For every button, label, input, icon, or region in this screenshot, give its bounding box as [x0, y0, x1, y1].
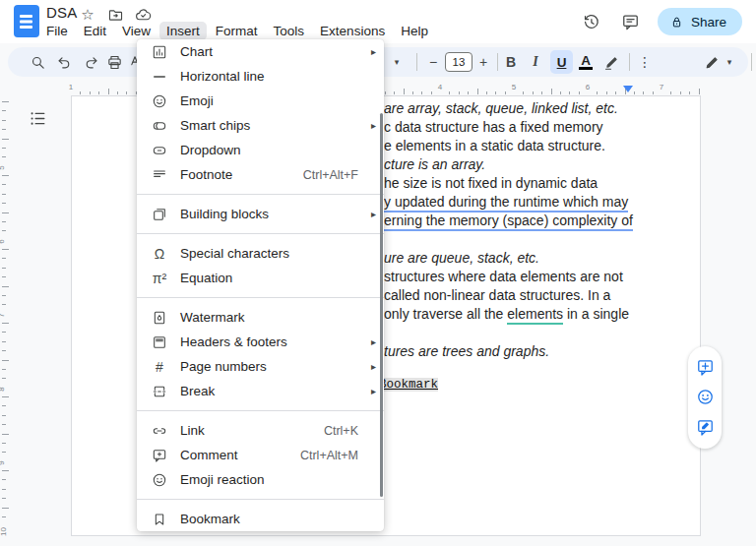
menu-item-dropdown[interactable]: Dropdown — [137, 138, 384, 162]
redo-icon[interactable] — [82, 47, 99, 77]
menu-item-label: Comment — [180, 448, 238, 462]
zoom-dropdown-caret-icon[interactable]: ▾ — [391, 47, 403, 77]
menu-item-label: Watermark — [180, 310, 245, 325]
menu-item-label: Page numbers — [180, 359, 267, 374]
share-button[interactable]: Share — [658, 8, 742, 35]
menu-item-label: Chart — [180, 44, 213, 59]
ruler-number: 6 — [0, 239, 6, 243]
menubar-item-extensions[interactable]: Extensions — [313, 22, 392, 40]
doc-text-line: tures are trees and graphs. — [384, 342, 549, 361]
menubar-item-view[interactable]: View — [115, 22, 158, 40]
ruler-number: 8 — [0, 387, 6, 391]
add-comment-button[interactable] — [693, 355, 717, 379]
ruler-number: 9 — [0, 460, 6, 464]
menu-item-label: Break — [180, 384, 215, 398]
toolbar-divider — [629, 53, 630, 71]
emoji-icon — [151, 92, 168, 110]
italic-button[interactable]: I — [529, 47, 542, 77]
print-icon[interactable] — [105, 47, 123, 77]
menu-item-comment[interactable]: CommentCtrl+Alt+M — [137, 443, 384, 467]
text-color-button[interactable]: A — [578, 47, 594, 77]
document-outline-button[interactable] — [24, 104, 51, 132]
search-icon[interactable] — [29, 47, 46, 77]
menu-item-page-numbers[interactable]: #Page numbers▸ — [137, 354, 384, 379]
menu-item-link[interactable]: LinkCtrl+K — [137, 418, 384, 443]
emoji-reaction-button[interactable] — [693, 386, 717, 409]
ruler-number: 6 — [586, 83, 590, 91]
titlebar: DSA ☆ FileEditViewInsertFormatToolsExten… — [0, 0, 756, 43]
document-title[interactable]: DSA — [46, 4, 77, 21]
menu-item-break[interactable]: Break▸ — [137, 379, 384, 403]
menubar: FileEditViewInsertFormatToolsExtensionsH… — [39, 22, 437, 40]
footnote-icon — [151, 166, 168, 184]
link-icon — [151, 422, 168, 440]
ruler-number: 5 — [512, 83, 516, 91]
doc-text-line: e elements in a static data structure. — [384, 137, 605, 155]
menu-item-label: Smart chips — [180, 118, 250, 133]
doc-text-line: only traverse all the elements in a sing… — [384, 305, 629, 324]
version-history-icon[interactable] — [579, 9, 604, 34]
menu-item-shortcut: Ctrl+K — [324, 424, 358, 438]
menu-item-headers-footers[interactable]: Headers & footers▸ — [137, 330, 384, 354]
bold-button[interactable]: B — [503, 47, 519, 77]
doc-text-line: c data structure has a fixed memory — [384, 118, 603, 137]
menu-divider — [137, 297, 384, 298]
undo-icon[interactable] — [55, 47, 73, 77]
menubar-item-tools[interactable]: Tools — [267, 22, 312, 40]
menubar-item-format[interactable]: Format — [209, 22, 265, 40]
doc-text-line: Bookmark — [379, 374, 438, 393]
doc-text-line: are array, stack, queue, linked list, et… — [384, 99, 618, 118]
menu-item-building-blocks[interactable]: Building blocks▸ — [137, 202, 384, 226]
more-options-icon[interactable]: ⋮ — [638, 47, 652, 77]
menu-item-label: Link — [180, 423, 205, 438]
comment-icon — [151, 447, 168, 464]
menu-item-label: Special characters — [180, 246, 289, 261]
menu-item-footnote[interactable]: FootnoteCtrl+Alt+F — [137, 162, 384, 187]
right-indent-marker[interactable] — [623, 86, 633, 92]
menu-item-label: Footnote — [180, 167, 232, 182]
lock-icon — [669, 15, 684, 30]
menu-item-label: Horizontal line — [180, 69, 265, 84]
menu-item-smart-chips[interactable]: Smart chips▸ — [137, 113, 384, 138]
underline-button[interactable]: U — [550, 50, 573, 74]
menu-divider — [137, 194, 384, 195]
menu-item-watermark[interactable]: Watermark — [137, 305, 384, 330]
menubar-item-help[interactable]: Help — [394, 22, 435, 40]
menu-item-emoji-reaction[interactable]: Emoji reaction — [137, 467, 384, 492]
special-characters-icon: Ω — [151, 245, 168, 263]
open-comments-icon[interactable] — [618, 9, 644, 34]
google-docs-app: { "app": { "title": "DSA" }, "titlebar":… — [0, 0, 756, 546]
suggest-edits-button[interactable] — [693, 416, 717, 440]
decrease-font-size-button[interactable]: − — [425, 47, 441, 77]
vertical-ruler: 5678910 — [0, 95, 11, 536]
menu-item-emoji[interactable]: Emoji — [137, 89, 384, 113]
doc-text-line: cture is an array. — [384, 155, 485, 174]
increase-font-size-button[interactable]: + — [475, 47, 491, 77]
menu-item-horizontal-line[interactable]: Horizontal line — [137, 64, 384, 89]
menu-item-equation[interactable]: π²Equation — [137, 266, 384, 290]
menubar-item-edit[interactable]: Edit — [77, 22, 113, 40]
menubar-item-file[interactable]: File — [39, 22, 75, 40]
editing-mode-pen-icon[interactable] — [703, 47, 721, 77]
add-comment-icon — [696, 358, 715, 377]
menu-item-bookmark[interactable]: Bookmark — [137, 507, 384, 531]
editing-mode-caret-icon[interactable]: ▾ — [724, 47, 735, 77]
menu-scrollbar[interactable] — [380, 113, 383, 497]
menu-item-special-characters[interactable]: ΩSpecial characters — [137, 241, 384, 266]
submenu-arrow-icon: ▸ — [362, 361, 376, 372]
highlight-color-icon[interactable] — [602, 47, 620, 77]
font-size-input[interactable]: 13 — [445, 52, 472, 72]
menu-item-label: Emoji — [180, 93, 214, 108]
equation-icon: π² — [151, 270, 168, 287]
ruler-number: 7 — [660, 83, 663, 91]
bookmark-link-text: Bookmark — [379, 378, 438, 392]
bookmark-icon — [151, 511, 168, 528]
doc-text-line: erning the memory (space) complexity of — [384, 212, 633, 230]
submenu-arrow-icon: ▸ — [362, 336, 376, 347]
menu-item-label: Headers & footers — [180, 334, 287, 349]
menu-item-chart[interactable]: Chart▸ — [137, 39, 384, 64]
ruler-number: 7 — [0, 313, 6, 317]
docs-logo-icon[interactable] — [14, 5, 39, 37]
menubar-item-insert[interactable]: Insert — [159, 22, 207, 40]
insert-menu: Chart▸Horizontal lineEmojiSmart chips▸Dr… — [137, 39, 384, 531]
